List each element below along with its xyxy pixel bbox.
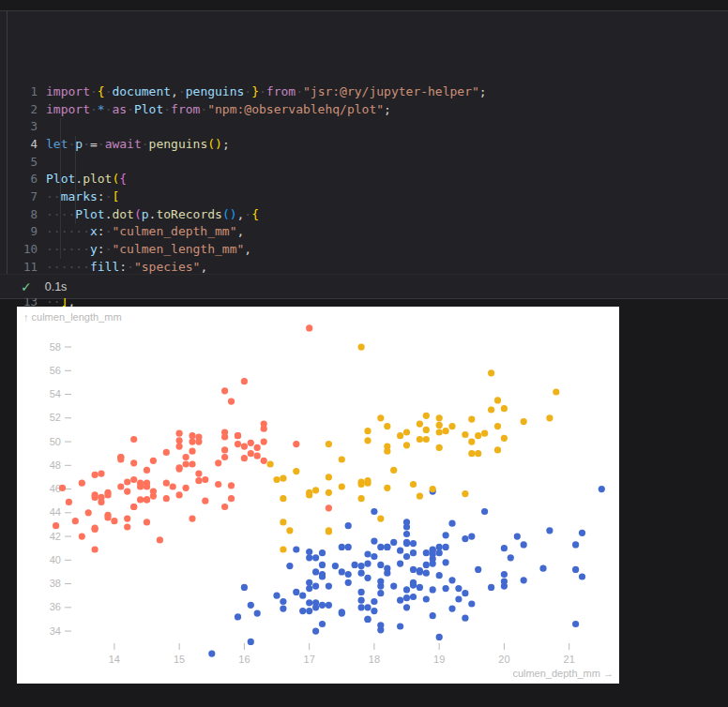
scatter-dot xyxy=(254,453,261,459)
scatter-dot xyxy=(494,423,501,429)
scatter-dot xyxy=(377,622,384,628)
code-line: 4let·p·=·await·penguins(); xyxy=(0,136,728,154)
y-tick-label: 58 xyxy=(50,341,61,353)
scatter-dot xyxy=(312,554,319,561)
line-number: 8 xyxy=(0,206,38,224)
scatter-dot xyxy=(475,432,481,439)
scatter-dot xyxy=(248,639,254,645)
scatter-dot xyxy=(417,568,423,575)
scatter-dot xyxy=(403,604,410,610)
scatter-dot xyxy=(462,490,468,497)
scatter-dot xyxy=(130,504,137,510)
scatter-dot xyxy=(235,613,241,620)
scatter-plot: 3436384042444648505254565814151617181920… xyxy=(17,307,619,684)
scatter-dot xyxy=(462,535,468,542)
scatter-dot xyxy=(215,481,221,488)
scatter-dot xyxy=(306,324,312,331)
scatter-dot xyxy=(364,428,371,434)
scatter-dot xyxy=(358,570,365,577)
y-tick-label: 52 xyxy=(50,412,61,423)
scatter-dot xyxy=(299,593,306,599)
code-line: 1import·{·document,·penguins·}·from·"jsr… xyxy=(0,83,728,101)
line-number: 9 xyxy=(0,223,38,241)
scatter-dot xyxy=(267,460,274,467)
scatter-dot xyxy=(403,594,410,601)
scatter-dot xyxy=(443,559,449,565)
scatter-dot xyxy=(176,466,183,473)
scatter-dot xyxy=(286,527,293,534)
scatter-dot xyxy=(241,444,248,450)
scatter-dot xyxy=(501,405,508,412)
scatter-dot xyxy=(66,499,72,505)
scatter-dot xyxy=(248,450,254,457)
scatter-dot xyxy=(215,459,221,466)
scatter-dot xyxy=(241,584,248,591)
execution-time-label: 0.1s xyxy=(45,280,68,293)
scatter-dot xyxy=(436,544,443,550)
scatter-dot xyxy=(443,532,449,538)
scatter-dot xyxy=(410,566,417,573)
scatter-dot xyxy=(221,387,228,394)
scatter-dot xyxy=(345,579,352,586)
scatter-dot xyxy=(312,568,319,575)
plot-output: 3436384042444648505254565814151617181920… xyxy=(17,307,619,684)
scatter-dot xyxy=(443,428,449,434)
scatter-dot xyxy=(326,527,332,534)
scatter-dot xyxy=(339,456,345,462)
scatter-dot xyxy=(572,621,579,627)
scatter-dot xyxy=(306,489,312,496)
scatter-dot xyxy=(481,508,488,515)
scatter-dot xyxy=(163,495,170,502)
scatter-dot xyxy=(390,539,397,546)
scatter-dot xyxy=(579,573,585,579)
scatter-dot xyxy=(468,600,475,607)
scatter-dot xyxy=(384,544,390,550)
scatter-dot xyxy=(345,571,352,578)
scatter-dot xyxy=(436,634,443,640)
scatter-dot xyxy=(92,472,99,478)
code-line: 9······x:·"culmen_depth_mm", xyxy=(0,223,728,241)
scatter-dot xyxy=(448,577,455,583)
scatter-dot xyxy=(384,423,390,429)
scatter-dot xyxy=(144,480,150,487)
scatter-dot xyxy=(124,523,130,530)
code-line: 2import·*·as·Plot·from·"npm:@observableh… xyxy=(0,101,728,119)
line-number: 3 xyxy=(0,118,38,136)
scatter-dot xyxy=(176,444,183,450)
scatter-dot xyxy=(377,562,384,568)
scatter-dot xyxy=(312,604,319,610)
scatter-dot xyxy=(111,518,117,524)
indent-guide xyxy=(60,118,61,259)
scatter-dot xyxy=(403,553,410,560)
scatter-dot xyxy=(332,563,339,569)
scatter-dot xyxy=(553,388,559,395)
scatter-dot xyxy=(352,562,358,568)
scatter-dot xyxy=(176,491,183,498)
scatter-dot xyxy=(157,536,163,543)
scatter-dot xyxy=(494,397,501,403)
scatter-dot xyxy=(144,519,150,525)
scatter-dot xyxy=(436,549,443,556)
scatter-dot xyxy=(494,446,501,453)
scatter-dot xyxy=(358,563,365,569)
scatter-dot xyxy=(384,444,390,450)
scatter-dot xyxy=(423,562,430,568)
scatter-dot xyxy=(72,518,79,524)
scatter-dot xyxy=(430,612,436,619)
scatter-dot xyxy=(455,595,462,602)
x-axis-label: culmen_depth_mm → xyxy=(512,668,614,679)
scatter-dot xyxy=(293,441,299,447)
scatter-dot xyxy=(273,593,280,599)
scatter-dot xyxy=(319,549,326,556)
scatter-dot xyxy=(150,489,157,495)
scatter-dot xyxy=(423,436,430,443)
scatter-dot xyxy=(306,599,312,606)
scatter-dot xyxy=(345,522,352,529)
scatter-dot xyxy=(339,568,345,575)
scatter-dot xyxy=(397,623,403,629)
scatter-dot xyxy=(417,584,423,591)
scatter-dot xyxy=(85,509,92,516)
scatter-dot xyxy=(235,441,241,447)
scatter-dot xyxy=(430,586,436,593)
scatter-dot xyxy=(306,554,312,561)
